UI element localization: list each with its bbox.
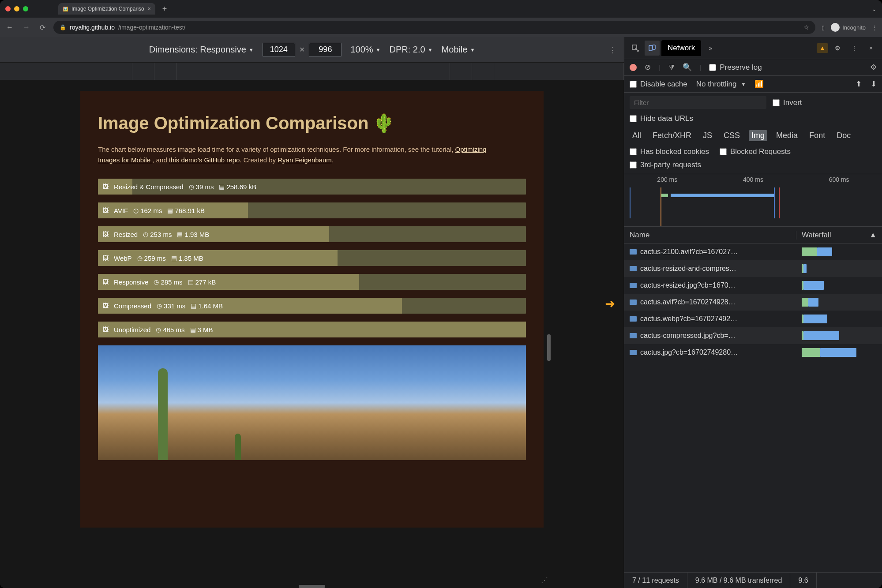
address-bar: ← → ⟳ 🔒 royalfig.github.io/image-optimiz… xyxy=(0,18,882,37)
devtools-tabs: Network » ▲ ⚙ ⋮ × xyxy=(624,37,882,59)
close-devtools-icon[interactable]: × xyxy=(863,41,878,56)
incognito-icon xyxy=(831,23,840,32)
reload-button[interactable]: ⟳ xyxy=(38,22,47,34)
column-name[interactable]: Name xyxy=(624,231,796,240)
file-icon xyxy=(630,249,637,255)
device-type-select[interactable]: Mobile ▼ xyxy=(441,45,475,55)
device-mode-icon[interactable] xyxy=(645,41,660,56)
lock-icon: 🔒 xyxy=(60,24,66,30)
settings-icon[interactable]: ⚙ xyxy=(830,41,845,56)
type-filter-fetchxhr[interactable]: Fetch/XHR xyxy=(650,130,694,141)
bar-size: 1.64 MB xyxy=(198,302,223,310)
page-content[interactable]: Image Optimization Comparison 🌵 The char… xyxy=(80,91,544,528)
record-button[interactable] xyxy=(630,64,637,71)
url-input[interactable]: 🔒 royalfig.github.io/image-optimization-… xyxy=(53,21,815,34)
third-party-checkbox[interactable]: 3rd-party requests xyxy=(630,161,877,169)
width-input[interactable] xyxy=(263,43,295,57)
type-filter-all[interactable]: All xyxy=(630,130,644,141)
zoom-select[interactable]: 100% ▼ xyxy=(350,45,380,55)
tab-title: Image Optimization Compariso xyxy=(71,6,144,12)
table-row[interactable]: cactus-resized-and-compres… xyxy=(624,260,882,277)
type-filters: AllFetch/XHRJSCSSImgMediaFontDoc xyxy=(624,127,882,146)
repo-link[interactable]: this demo's GitHub repo xyxy=(169,156,240,164)
chart-bar: 🖼 Unoptimized ◷465 ms ▤3 MB xyxy=(98,322,526,337)
file-icon xyxy=(630,266,637,271)
bookmark-icon[interactable]: ☆ xyxy=(803,24,809,31)
chart-bar: 🖼 Responsive ◷285 ms ▤277 kB xyxy=(98,274,526,290)
dpr-select[interactable]: DPR: 2.0 ▼ xyxy=(389,45,432,55)
file-icon xyxy=(630,316,637,322)
network-conditions-icon[interactable]: 📶 xyxy=(754,79,764,89)
sample-image xyxy=(98,345,526,460)
device-toolbar-menu[interactable]: ⋮ xyxy=(609,45,617,55)
invert-checkbox[interactable]: Invert xyxy=(773,98,802,107)
titlebar: 🖼️ Image Optimization Compariso × + ⌄ xyxy=(0,0,882,18)
device-viewport: Image Optimization Comparison 🌵 The char… xyxy=(0,80,624,588)
type-filter-font[interactable]: Font xyxy=(807,130,828,141)
responsive-ruler[interactable] xyxy=(0,63,624,80)
file-icon: ▤ xyxy=(171,255,177,262)
minimize-window-button[interactable] xyxy=(14,6,19,11)
column-waterfall[interactable]: Waterfall ▲ xyxy=(796,231,882,240)
request-name: cactus-resized-and-compres… xyxy=(640,265,736,273)
expand-tabs-icon[interactable]: ⌄ xyxy=(872,6,877,12)
chevron-down-icon: ▼ xyxy=(741,82,746,87)
table-row[interactable]: cactus.jpg?cb=16702749280… xyxy=(624,344,882,361)
resize-handle-corner[interactable]: ⋰ xyxy=(541,576,548,584)
close-tab-icon[interactable]: × xyxy=(148,6,151,12)
table-row[interactable]: cactus-resized.jpg?cb=1670… xyxy=(624,277,882,294)
filter-input[interactable] xyxy=(630,96,766,109)
tab-network[interactable]: Network xyxy=(661,40,701,56)
type-filter-img[interactable]: Img xyxy=(749,130,767,141)
new-tab-button[interactable]: + xyxy=(159,4,171,14)
close-window-button[interactable] xyxy=(5,6,11,11)
type-filter-doc[interactable]: Doc xyxy=(834,130,853,141)
type-filter-media[interactable]: Media xyxy=(773,130,800,141)
table-row[interactable]: cactus-compressed.jpg?cb=… xyxy=(624,327,882,344)
resize-handle-right[interactable] xyxy=(547,334,551,361)
table-row[interactable]: cactus.avif?cb=1670274928… xyxy=(624,294,882,311)
maximize-window-button[interactable] xyxy=(23,6,28,11)
clear-icon[interactable]: ⊘ xyxy=(645,63,651,72)
blocked-cookies-checkbox[interactable]: Has blocked cookies xyxy=(630,147,709,156)
type-filter-css[interactable]: CSS xyxy=(721,130,743,141)
filter-toggle-icon[interactable]: ⧩ xyxy=(668,63,675,72)
bar-name: WebP xyxy=(114,255,132,262)
more-tabs-icon[interactable]: » xyxy=(703,41,718,56)
blocked-requests-checkbox[interactable]: Blocked Requests xyxy=(720,147,791,156)
reader-icon[interactable]: ▯ xyxy=(822,24,825,31)
browser-tab[interactable]: 🖼️ Image Optimization Compariso × xyxy=(58,3,155,15)
clock-icon: ◷ xyxy=(137,255,143,262)
bar-time: 39 ms xyxy=(196,183,214,191)
status-requests: 7 / 11 requests xyxy=(624,573,687,588)
cactus-icon: 🌵 xyxy=(373,113,395,134)
forward-button[interactable]: → xyxy=(21,22,32,33)
table-row[interactable]: cactus-2100.avif?cb=167027… xyxy=(624,243,882,260)
upload-har-icon[interactable]: ⬆ xyxy=(856,79,862,89)
request-name: cactus-2100.avif?cb=167027… xyxy=(640,248,738,256)
hide-data-urls-checkbox[interactable]: Hide data URLs xyxy=(630,114,877,123)
chevron-down-icon: ▼ xyxy=(470,47,475,52)
file-icon: ▤ xyxy=(167,207,173,214)
dimensions-select[interactable]: Dimensions: Responsive ▼ xyxy=(149,45,254,55)
preserve-log-checkbox[interactable]: Preserve log xyxy=(709,63,762,72)
disable-cache-checkbox[interactable]: Disable cache xyxy=(630,80,687,89)
timeline-overview[interactable]: 200 ms 400 ms 600 ms xyxy=(624,174,882,227)
browser-menu-button[interactable]: ⋮ xyxy=(872,24,878,31)
search-icon[interactable]: 🔍 xyxy=(683,63,692,72)
back-button[interactable]: ← xyxy=(4,22,15,33)
warnings-badge[interactable]: ▲ xyxy=(817,43,828,53)
height-input[interactable] xyxy=(309,43,342,57)
bar-time: 253 ms xyxy=(150,231,172,238)
image-icon: 🖼 xyxy=(102,231,109,238)
inspect-icon[interactable] xyxy=(628,41,643,56)
author-link[interactable]: Ryan Feigenbaum xyxy=(278,156,332,164)
throttling-select[interactable]: No throttling ▼ xyxy=(696,80,746,89)
table-row[interactable]: cactus.webp?cb=167027492… xyxy=(624,311,882,327)
resize-handle-bottom[interactable] xyxy=(299,585,325,588)
devtools-menu-icon[interactable]: ⋮ xyxy=(847,41,862,56)
clock-icon: ◷ xyxy=(156,326,161,333)
type-filter-js[interactable]: JS xyxy=(700,130,715,141)
download-har-icon[interactable]: ⬇ xyxy=(871,79,877,89)
network-settings-icon[interactable]: ⚙ xyxy=(870,63,877,72)
